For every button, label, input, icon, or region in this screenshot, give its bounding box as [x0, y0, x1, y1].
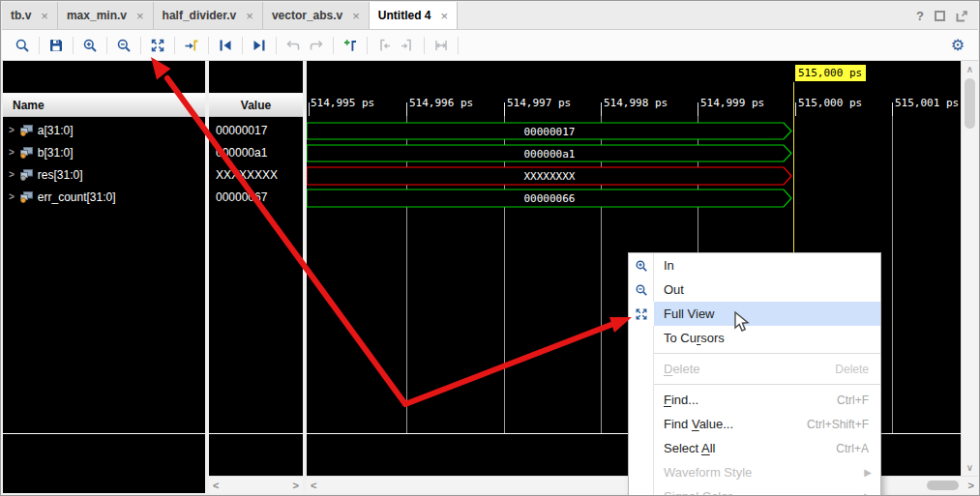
signal-name: b[31:0]	[38, 146, 74, 160]
toolbar-separator	[242, 37, 243, 54]
toolbar-separator	[458, 37, 459, 54]
close-icon[interactable]: ×	[41, 9, 48, 23]
next-view-button[interactable]	[305, 34, 328, 57]
menu-item-select-all[interactable]: Select All Ctrl+A	[629, 436, 880, 460]
settings-gear-icon[interactable]: ⚙	[951, 38, 965, 53]
zoom-out-icon	[635, 283, 648, 297]
close-icon[interactable]: ×	[246, 9, 253, 23]
submenu-arrow-icon: ▶	[864, 491, 880, 496]
maximize-icon[interactable]	[935, 11, 945, 21]
zoom-full-view-button[interactable]	[146, 34, 169, 57]
window-controls: ?	[916, 9, 968, 23]
toolbar-separator	[276, 37, 277, 54]
vertical-scrollbar[interactable]: ∧ ∨	[961, 61, 978, 476]
menu-separator	[654, 384, 880, 385]
axis-tick-label: 514,999 ps	[700, 97, 764, 109]
bus-waveforms	[307, 123, 791, 207]
save-button[interactable]	[45, 34, 68, 57]
value-panel-hscrollbar[interactable]: < >	[209, 476, 303, 493]
zoom-to-cursor-icon	[184, 38, 199, 53]
scroll-up-icon[interactable]: ∧	[962, 64, 978, 74]
tab-untitled-4[interactable]: Untitled 4 ×	[370, 2, 458, 29]
swap-cursors-button[interactable]	[430, 34, 453, 57]
toolbar-separator	[73, 37, 74, 54]
next-transition-button[interactable]	[248, 34, 271, 57]
zoom-to-cursor-button[interactable]	[180, 34, 203, 57]
expand-chevron-icon[interactable]: >	[9, 191, 15, 202]
wave-toolbar: ⚙	[2, 30, 978, 61]
signal-row-res[interactable]: > res[31:0]	[3, 163, 205, 186]
signal-row-err-count[interactable]: > err_count[31:0]	[3, 186, 205, 208]
tab-label: tb.v	[11, 9, 31, 22]
axis-tick-label: 514,995 ps	[311, 97, 374, 109]
signal-value: 000000a1	[209, 141, 303, 163]
menu-item-find-value[interactable]: Find Value... Ctrl+Shift+F	[629, 412, 880, 436]
previous-view-button[interactable]	[282, 34, 305, 57]
bus-value-b: 000000a1	[524, 148, 576, 160]
close-icon[interactable]: ×	[352, 9, 360, 23]
search-icon	[15, 38, 30, 53]
axis-tick-label: 515,000 ps	[798, 97, 862, 109]
scroll-right-icon[interactable]: >	[968, 480, 974, 491]
find-button[interactable]	[11, 34, 34, 57]
menu-item-zoom-in[interactable]: In	[629, 253, 880, 277]
toolbar-separator	[208, 37, 209, 54]
menu-item-delete: Delete Delete	[629, 357, 880, 381]
scroll-left-icon[interactable]: <	[213, 480, 219, 491]
menu-shortcut: Ctrl+A	[836, 442, 880, 455]
wave-hscrollbar-thumb[interactable]	[927, 481, 959, 490]
tab-label: Untitled 4	[378, 9, 431, 22]
tab-half-divider-v[interactable]: half_divider.v ×	[154, 2, 263, 29]
help-icon[interactable]: ?	[916, 9, 924, 23]
tab-tb-v[interactable]: tb.v ×	[2, 2, 58, 29]
signal-row-a[interactable]: > a[31:0]	[3, 119, 205, 141]
menu-separator	[654, 353, 880, 354]
expand-chevron-icon[interactable]: >	[9, 147, 15, 158]
vivado-waveform-window: tb.v × max_min.v × half_divider.v × vect…	[0, 0, 980, 496]
previous-transition-icon	[218, 38, 233, 53]
toolbar-separator	[106, 37, 107, 54]
toolbar-separator	[424, 37, 425, 54]
menu-item-full-view[interactable]: Full View	[629, 302, 880, 326]
tab-label: vector_abs.v	[272, 9, 342, 22]
close-icon[interactable]: ×	[441, 9, 449, 23]
axis-tick-label: 515,001 ps	[895, 97, 959, 109]
signal-value: XXXXXXXX	[209, 163, 303, 186]
zoom-out-button[interactable]	[112, 34, 135, 57]
cursor-time-badge: 515,000 ps	[795, 65, 866, 81]
bus-icon	[19, 125, 33, 136]
panel-divider-line	[3, 433, 205, 434]
scroll-left-icon[interactable]: <	[311, 480, 316, 491]
tab-vector-abs-v[interactable]: vector_abs.v ×	[263, 2, 370, 29]
scroll-down-icon[interactable]: ∨	[962, 462, 978, 473]
toolbar-separator	[333, 37, 334, 54]
value-column-header: Value	[209, 93, 303, 117]
menu-item-find[interactable]: Find... Ctrl+F	[629, 388, 880, 412]
next-marker-button[interactable]	[396, 34, 419, 57]
menu-item-to-cursors[interactable]: To Cursors	[629, 326, 880, 350]
tab-max-min-v[interactable]: max_min.v ×	[58, 2, 154, 29]
menu-item-zoom-out[interactable]: Out	[629, 277, 880, 302]
signal-name: a[31:0]	[38, 124, 74, 137]
vertical-scrollbar-thumb[interactable]	[965, 78, 975, 129]
signal-name: res[31:0]	[38, 168, 83, 182]
add-marker-button[interactable]	[339, 34, 362, 57]
swap-cursors-icon	[433, 38, 449, 53]
expand-chevron-icon[interactable]: >	[9, 125, 15, 135]
scroll-right-icon[interactable]: >	[293, 480, 299, 491]
next-marker-icon	[400, 38, 415, 53]
bus-icon	[19, 169, 33, 181]
bus-value-err-count: 00000066	[524, 192, 576, 205]
tab-label: half_divider.v	[163, 9, 237, 22]
tab-label: max_min.v	[67, 9, 127, 22]
bus-wave-a	[307, 123, 791, 139]
float-window-icon[interactable]	[956, 10, 968, 22]
signal-value: 00000067	[209, 186, 303, 208]
previous-transition-button[interactable]	[214, 34, 237, 57]
signal-row-b[interactable]: > b[31:0]	[3, 141, 205, 163]
close-icon[interactable]: ×	[136, 9, 144, 23]
zoom-in-icon	[635, 259, 648, 273]
expand-chevron-icon[interactable]: >	[9, 169, 15, 180]
zoom-in-button[interactable]	[78, 34, 102, 57]
previous-marker-button[interactable]	[372, 34, 396, 57]
